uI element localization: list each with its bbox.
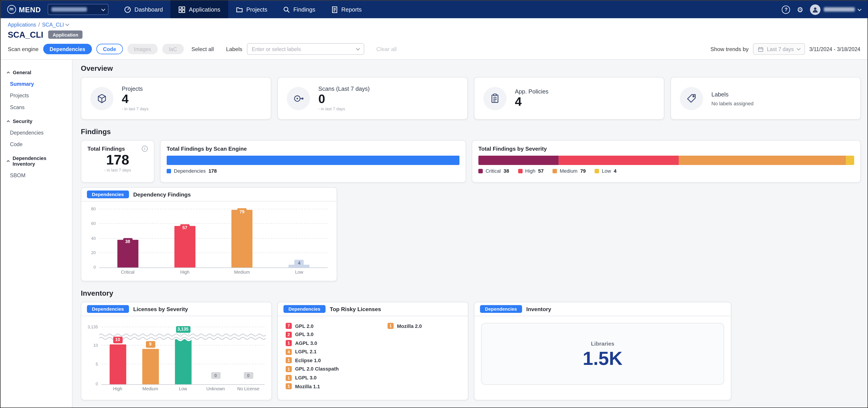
libraries-metric-box: Libraries 1.5K <box>481 323 724 385</box>
libraries-value: 1.5K <box>583 349 623 367</box>
tab-dependencies[interactable]: Dependencies <box>480 305 522 313</box>
application-type-badge: Application <box>48 30 83 39</box>
engine-stacked-bar <box>167 156 460 165</box>
list-item[interactable]: 2 GPL 3.0 <box>286 332 380 338</box>
list-item[interactable]: 1 Mozilla 1.1 <box>286 383 380 389</box>
risky-licenses-list: 7 GPL 2.0 2 GPL 3.0 1 AGPL 3.0 <box>286 323 460 395</box>
legend-swatch <box>167 169 171 174</box>
username-redacted <box>824 7 855 12</box>
sidebar-section-security[interactable]: Security <box>0 116 72 127</box>
main-nav: Dashboard Applications Projects Findings <box>116 0 369 18</box>
legend-critical: Critical 38 <box>478 168 509 174</box>
card-labels: Labels No labels assigned <box>671 77 861 120</box>
breadcrumb-applications[interactable]: Applications <box>8 22 36 28</box>
labels-select[interactable] <box>247 43 364 55</box>
card-total-findings: Total Findings i 178 - in last 7 days <box>81 140 155 183</box>
mend-logo[interactable]: m MEND <box>7 5 41 14</box>
severity-segment-low <box>846 156 854 165</box>
legend-high: High 57 <box>518 168 544 174</box>
overview-heading: Overview <box>81 64 861 73</box>
list-item[interactable]: 1 AGPL 3.0 <box>286 340 380 346</box>
dependency-findings-chart-card: Dependencies Dependency Findings 0 20 40… <box>81 187 337 281</box>
help-icon[interactable]: ? <box>782 5 790 13</box>
sidebar-section-general[interactable]: General <box>0 67 72 78</box>
sidebar-section-dependencies-inventory[interactable]: Dependencies Inventory <box>0 153 72 169</box>
dashboard-icon <box>124 6 131 13</box>
nav-projects[interactable]: Projects <box>228 0 275 18</box>
card-scans: Scans (Last 7 days) 0 - in last 7 days <box>277 77 468 120</box>
label-icon <box>680 87 703 110</box>
select-all-link[interactable]: Select all <box>191 46 214 52</box>
chevron-up-icon <box>7 120 10 123</box>
user-menu[interactable] <box>810 4 861 14</box>
org-name-redacted <box>52 7 87 12</box>
list-item[interactable]: 1 Mozilla 2.0 <box>388 323 482 329</box>
inventory-heading: Inventory <box>81 289 861 297</box>
list-item[interactable]: 1 Eclipse 1.0 <box>286 357 380 364</box>
title-row: SCA_CLI Application <box>8 30 860 39</box>
policy-icon <box>483 87 506 110</box>
gear-icon[interactable]: ⚙ <box>797 6 803 13</box>
chevron-up-icon <box>7 71 10 75</box>
mend-logo-icon: m <box>7 5 16 14</box>
total-findings-value: 178 <box>88 152 148 167</box>
list-item[interactable]: 4 LGPL 2.1 <box>286 349 380 355</box>
overview-cards: Projects 4 - in last 7 days Scans (Last … <box>81 77 861 120</box>
nav-applications[interactable]: Applications <box>170 0 228 18</box>
list-item[interactable]: 7 GPL 2.0 <box>286 323 380 329</box>
avatar-icon <box>810 4 820 14</box>
breadcrumb-current[interactable]: SCA_CLI <box>42 22 64 28</box>
findings-heading: Findings <box>81 127 861 136</box>
page-header: Applications / SCA_CLI SCA_CLI Applicati… <box>0 19 868 60</box>
severity-stacked-bar <box>478 156 854 165</box>
tab-dependencies[interactable]: Dependencies <box>283 305 325 313</box>
chevron-down-icon[interactable] <box>66 22 69 26</box>
legend-medium: Medium 79 <box>553 168 586 174</box>
sidebar-item-sbom[interactable]: SBOM <box>0 169 72 181</box>
bar-high: 10 <box>101 323 134 384</box>
main-content: Overview Projects 4 - in last 7 days <box>72 60 868 408</box>
severity-segment-critical <box>478 156 559 165</box>
nav-reports[interactable]: Reports <box>323 0 369 18</box>
info-icon[interactable]: i <box>142 146 148 152</box>
applications-icon <box>178 6 186 13</box>
sidebar-item-dependencies[interactable]: Dependencies <box>0 127 72 138</box>
trend-period-dropdown[interactable]: Last 7 days <box>753 43 805 55</box>
org-selector-dropdown[interactable] <box>48 4 108 15</box>
tab-dependencies[interactable]: Dependencies <box>87 190 129 198</box>
bar-high: 57 <box>156 209 214 267</box>
cube-icon <box>90 87 114 110</box>
bar-unknown: 0 <box>199 323 232 384</box>
chevron-down-icon <box>101 7 105 11</box>
report-icon <box>331 6 338 13</box>
findings-cards: Total Findings i 178 - in last 7 days To… <box>81 140 861 183</box>
engine-pill-dependencies[interactable]: Dependencies <box>43 44 92 54</box>
engine-pill-code[interactable]: Code <box>96 44 123 54</box>
tab-dependencies[interactable]: Dependencies <box>87 305 129 313</box>
nav-dashboard[interactable]: Dashboard <box>116 0 170 18</box>
scan-engine-label: Scan engine <box>8 46 38 52</box>
card-app-policies: App. Policies 4 <box>474 77 664 120</box>
inventory-card: Dependencies Inventory Libraries 1.5K <box>474 302 732 400</box>
brand-name: MEND <box>19 5 41 13</box>
sidebar-item-summary[interactable]: Summary <box>0 78 72 90</box>
chevron-down-icon[interactable] <box>356 46 360 51</box>
scan-icon <box>287 87 310 110</box>
chevron-down-icon <box>858 7 861 11</box>
inventory-cards: Dependencies Licenses by Severity 0 5 10… <box>81 302 861 400</box>
date-range: 3/11/2024 - 3/18/2024 <box>809 46 860 52</box>
sidebar-item-projects[interactable]: Projects <box>0 90 72 101</box>
nav-findings[interactable]: Findings <box>275 0 323 18</box>
labels-input[interactable] <box>252 46 346 52</box>
breadcrumb: Applications / SCA_CLI <box>8 22 860 28</box>
top-risky-licenses-card: Dependencies Top Risky Licenses 7 GPL 2.… <box>277 302 468 400</box>
trend-controls: Show trends by Last 7 days 3/11/2024 - 3… <box>710 43 860 55</box>
list-item[interactable]: 1 LGPL 3.0 <box>286 375 380 381</box>
sidebar-item-scans[interactable]: Scans <box>0 101 72 113</box>
engine-pill-images: Images <box>127 44 158 54</box>
list-item[interactable]: 1 GPL 2.0 Classpath <box>286 366 380 372</box>
sidebar-item-code[interactable]: Code <box>0 138 72 150</box>
severity-segment-medium <box>679 156 846 165</box>
filter-bar: Scan engine Dependencies Code Images IaC… <box>8 43 860 55</box>
card-findings-by-engine: Total Findings by Scan Engine Dependenci… <box>160 140 466 183</box>
